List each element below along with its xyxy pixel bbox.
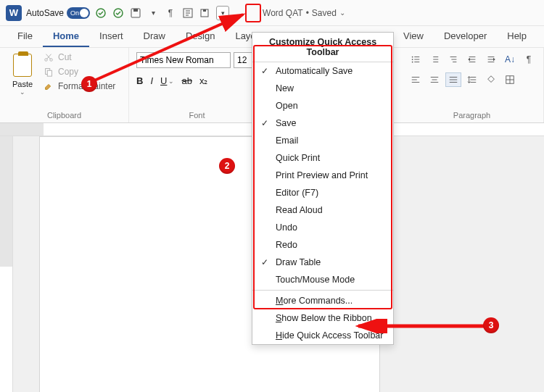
- bullets-button[interactable]: [408, 52, 424, 67]
- qat-customize-dropdown-button[interactable]: ▾: [216, 6, 229, 20]
- group-paragraph: A↓ ¶ Paragraph: [400, 48, 544, 122]
- tab-help[interactable]: Help: [497, 26, 537, 47]
- menu-item-label: Editor (F7): [276, 188, 318, 198]
- autosave-label: AutoSave: [26, 8, 64, 18]
- qat-icon-1[interactable]: [94, 7, 107, 20]
- chevron-down-icon: ⌄: [339, 9, 345, 17]
- indent-right-button[interactable]: [483, 52, 499, 67]
- document-title[interactable]: Word QAT • Saved ⌄: [263, 8, 345, 18]
- multilevel-button[interactable]: [445, 52, 461, 67]
- menu-item-label: Draw Table: [276, 257, 321, 267]
- autosave[interactable]: AutoSave On: [26, 7, 90, 19]
- chevron-down-icon: ⌄: [168, 78, 174, 85]
- copy-button[interactable]: Copy: [44, 67, 115, 77]
- qat-save-icon[interactable]: [129, 7, 142, 20]
- clipboard-icon: [13, 54, 32, 77]
- separator: [252, 290, 393, 291]
- tab-design[interactable]: Design: [176, 26, 225, 47]
- menu-item-open[interactable]: Open: [252, 97, 393, 114]
- pilcrow-button[interactable]: ¶: [521, 52, 537, 67]
- svg-rect-3: [133, 9, 138, 12]
- menu-item-automatically-save[interactable]: ✓Automatically Save: [252, 62, 393, 80]
- cut-button[interactable]: Cut: [44, 52, 115, 62]
- svg-point-12: [412, 59, 413, 60]
- menu-hide-qat[interactable]: Hide Quick Access Toolbar: [252, 327, 393, 344]
- check-icon: ✓: [260, 118, 270, 128]
- menu-item-email[interactable]: Email: [252, 132, 393, 149]
- brush-icon: [44, 81, 54, 91]
- align-justify-button[interactable]: [445, 72, 461, 87]
- italic-button[interactable]: I: [150, 75, 153, 86]
- autosave-toggle-state: On: [70, 9, 79, 17]
- paste-label: Paste: [12, 80, 33, 88]
- align-center-button[interactable]: [426, 72, 442, 87]
- hide-qat-label: Hide Quick Access Toolbar: [276, 330, 383, 341]
- menu-item-redo[interactable]: Redo: [252, 236, 393, 254]
- menu-show-below-ribbon[interactable]: Show Below the Ribbon: [252, 309, 393, 327]
- tab-file[interactable]: File: [7, 26, 43, 47]
- check-icon: ✓: [260, 257, 270, 267]
- borders-button[interactable]: [502, 72, 518, 87]
- format-painter-button[interactable]: Format Painter: [44, 81, 115, 91]
- group-label-paragraph: Paragraph: [408, 109, 536, 120]
- menu-item-new[interactable]: New: [252, 80, 393, 97]
- tab-developer[interactable]: Developer: [434, 26, 497, 47]
- menu-item-label: Read Aloud: [276, 205, 323, 215]
- indent-left-button[interactable]: [464, 52, 480, 67]
- tab-insert[interactable]: Insert: [89, 26, 133, 47]
- menu-item-read-aloud[interactable]: Read Aloud: [252, 201, 393, 219]
- svg-rect-6: [203, 9, 206, 12]
- sort-button[interactable]: A↓: [502, 52, 518, 67]
- copy-label: Copy: [58, 67, 78, 77]
- menu-more-commands[interactable]: More Commands...: [252, 292, 393, 309]
- menu-item-undo[interactable]: Undo: [252, 219, 393, 236]
- show-below-label: Show Below the Ribbon: [276, 313, 372, 323]
- menu-item-label: Redo: [276, 240, 297, 250]
- vertical-ruler[interactable]: [0, 136, 13, 392]
- menu-item-save[interactable]: ✓Save: [252, 114, 393, 132]
- autosave-toggle[interactable]: On: [67, 7, 90, 19]
- bold-button[interactable]: B: [136, 75, 143, 86]
- menu-item-label: Print Preview and Print: [276, 170, 368, 180]
- menu-item-quick-print[interactable]: Quick Print: [252, 149, 393, 167]
- group-label-font: Font: [136, 109, 257, 120]
- strike-button[interactable]: ab: [181, 75, 191, 86]
- qat-pilcrow-icon[interactable]: ¶: [164, 7, 177, 20]
- qat-chevron-icon[interactable]: ▾: [147, 7, 160, 20]
- menu-item-label: Email: [276, 135, 298, 146]
- svg-point-11: [412, 57, 413, 58]
- menu-item-label: Automatically Save: [276, 66, 353, 76]
- tab-home[interactable]: Home: [43, 26, 89, 47]
- menu-item-touch-mouse-mode[interactable]: Touch/Mouse Mode: [252, 271, 393, 288]
- saved-status: Saved: [312, 8, 337, 18]
- line-spacing-button[interactable]: [464, 72, 480, 87]
- qat-icon-2[interactable]: [112, 7, 125, 20]
- svg-rect-10: [47, 70, 51, 76]
- align-left-button[interactable]: [408, 72, 424, 87]
- font-name-select[interactable]: [136, 52, 231, 68]
- numbering-button[interactable]: [426, 52, 442, 67]
- tab-view[interactable]: View: [393, 26, 434, 47]
- shading-button[interactable]: [483, 72, 499, 87]
- menu-item-label: Save: [276, 118, 297, 128]
- menu-item-editor-f7-[interactable]: Editor (F7): [252, 184, 393, 201]
- chevron-down-icon: ⌄: [20, 88, 25, 96]
- title-bar: W AutoSave On ▾ ¶ ▾ Word QAT • Saved ⌄: [0, 0, 544, 26]
- tab-draw[interactable]: Draw: [133, 26, 176, 47]
- underline-button[interactable]: U⌄: [160, 75, 174, 86]
- svg-point-13: [412, 62, 413, 63]
- subscript-button[interactable]: x₂: [199, 75, 208, 86]
- scissors-icon: [44, 52, 54, 62]
- paste-button[interactable]: Paste ⌄: [7, 52, 38, 96]
- callout-badge-3: 3: [483, 317, 499, 333]
- callout-badge-1: 1: [81, 76, 97, 92]
- doc-name: Word QAT: [263, 8, 303, 18]
- menu-item-label: Open: [276, 101, 298, 111]
- menu-item-label: Touch/Mouse Mode: [276, 275, 355, 285]
- menu-item-label: New: [276, 83, 294, 93]
- menu-item-print-preview-and-print[interactable]: Print Preview and Print: [252, 167, 393, 184]
- qat-text-icon[interactable]: [181, 7, 194, 20]
- menu-item-draw-table[interactable]: ✓Draw Table: [252, 254, 393, 271]
- qat-save-as-icon[interactable]: [199, 7, 212, 20]
- copy-icon: [44, 67, 54, 77]
